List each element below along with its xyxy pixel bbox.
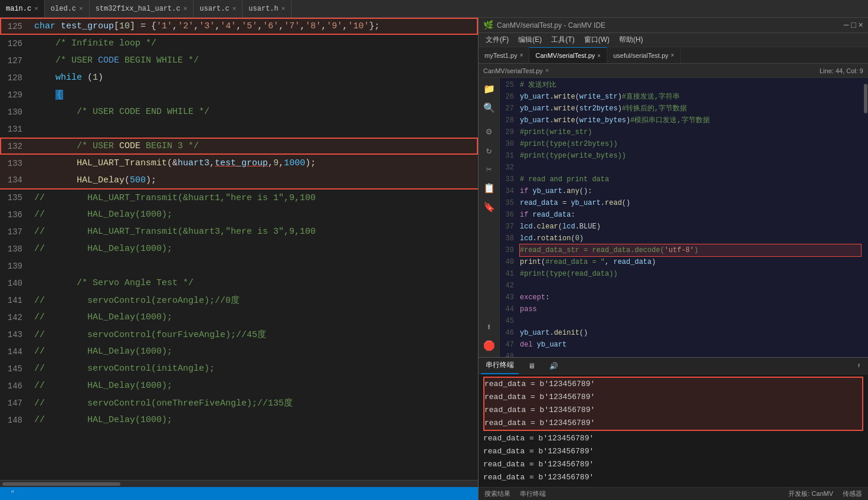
tab-usart-h[interactable]: usart.h × bbox=[243, 0, 291, 17]
close-icon[interactable]: × bbox=[597, 53, 601, 59]
menu-edit[interactable]: 编辑(E) bbox=[513, 35, 546, 45]
tab-label: stm32f1xx_hal_uart.c bbox=[96, 5, 181, 13]
line-content: HAL_Delay(500); bbox=[30, 172, 478, 189]
sidebar-gear-icon[interactable]: ⚙ bbox=[480, 123, 498, 140]
close-icon[interactable]: × bbox=[184, 5, 188, 12]
tab-audio[interactable]: 🔊 bbox=[545, 358, 563, 374]
code-line: # 发送对比 bbox=[520, 79, 861, 91]
tab-label: oled.c bbox=[51, 5, 76, 13]
code-area[interactable]: 125 char test_group[10] = {'1','2','3','… bbox=[0, 18, 478, 480]
close-icon[interactable]: × bbox=[859, 21, 863, 30]
tab-label: myTest1.py bbox=[484, 52, 517, 59]
code-line: if yb_uart.any(): bbox=[520, 185, 861, 197]
menu-window[interactable]: 窗口(W) bbox=[579, 35, 614, 45]
tab-stm32-hal[interactable]: stm32f1xx_hal_uart.c × bbox=[90, 0, 194, 17]
line-content: // servoControl(zeroAngle);//0度 bbox=[30, 292, 478, 309]
tab-serial-terminal[interactable]: 串行终端 bbox=[481, 358, 519, 374]
tab-useful-serial[interactable]: useful/serialTest.py × bbox=[607, 47, 680, 63]
sidebar-clipboard-icon[interactable]: 📋 bbox=[480, 179, 498, 197]
close-icon[interactable]: × bbox=[545, 67, 549, 74]
menu-help[interactable]: 帮助(H) bbox=[614, 35, 648, 45]
tab-main-c[interactable]: main.c × bbox=[0, 0, 45, 17]
tab-canmv-serial[interactable]: CanMV/serialTest.py × bbox=[529, 47, 607, 63]
close-icon[interactable]: × bbox=[34, 5, 38, 12]
code-line: #print(type(write_bytes)) bbox=[520, 150, 861, 162]
status-text: " bbox=[6, 490, 19, 497]
sensor-indicator: 传感器 bbox=[843, 489, 862, 498]
terminal-line: read_data = b'123456789' bbox=[484, 417, 862, 430]
line-number: 146 bbox=[0, 377, 30, 394]
line-content: // HAL_Delay(1000); bbox=[30, 411, 478, 429]
sidebar-search-icon[interactable]: 🔍 bbox=[480, 99, 498, 117]
sidebar-folder-icon[interactable]: 📁 bbox=[480, 80, 498, 98]
line-numbers: 25262728293031 32333435363738 3940414243… bbox=[500, 78, 517, 357]
scroll-thumb[interactable] bbox=[864, 84, 867, 113]
line-number: 131 bbox=[0, 120, 30, 138]
line-number: 142 bbox=[0, 309, 30, 326]
line-number: 129 bbox=[0, 86, 30, 103]
tab-label: main.c bbox=[6, 5, 31, 13]
search-results-tab[interactable]: 搜索结果 bbox=[484, 489, 510, 498]
horizontal-scrollbar[interactable] bbox=[0, 480, 478, 487]
python-code: # 发送对比 yb_uart.write(write_str)#直接发送,字符串… bbox=[517, 78, 863, 357]
close-icon[interactable]: × bbox=[520, 52, 523, 58]
line-number: 128 bbox=[0, 69, 30, 86]
menu-tools[interactable]: 工具(T) bbox=[546, 35, 579, 45]
tab-screen[interactable]: 🖥 bbox=[523, 358, 540, 374]
code-line: # read and print data bbox=[520, 174, 861, 185]
table-row: 141 // servoControl(zeroAngle);//0度 bbox=[0, 292, 478, 309]
right-code-area[interactable]: 25262728293031 32333435363738 3940414243… bbox=[500, 78, 868, 357]
sidebar-bookmark-icon[interactable]: 🔖 bbox=[480, 198, 498, 216]
vertical-scrollbar[interactable] bbox=[863, 78, 868, 357]
terminal-highlight-box: read_data = b'123456789' read_data = b'1… bbox=[483, 377, 863, 431]
code-line: read_data = yb_uart.read() bbox=[520, 197, 861, 209]
terminal-content[interactable]: read_data = b'123456789' read_data = b'1… bbox=[479, 374, 868, 487]
scroll-thumb[interactable] bbox=[2, 482, 120, 486]
sidebar-stop-icon[interactable]: 🛑 bbox=[480, 337, 498, 355]
serial-terminal-tab[interactable]: 串行终端 bbox=[520, 489, 546, 498]
close-icon[interactable]: × bbox=[281, 5, 286, 12]
minimize-icon[interactable]: ─ bbox=[844, 21, 849, 30]
main-content: 125 char test_group[10] = {'1','2','3','… bbox=[0, 18, 868, 500]
table-row: 126 /* Infinite loop */ bbox=[0, 35, 478, 52]
line-number: 148 bbox=[0, 411, 30, 429]
code-line bbox=[520, 315, 861, 327]
tab-bar: main.c × oled.c × stm32f1xx_hal_uart.c ×… bbox=[0, 0, 868, 18]
ide-tab-bar: myTest1.py × CanMV/serialTest.py × usefu… bbox=[479, 47, 868, 64]
line-number: 134 bbox=[0, 172, 30, 189]
line-content: /* USER CODE BEGIN 3 */ bbox=[30, 138, 478, 155]
sidebar-refresh-icon[interactable]: ↻ bbox=[480, 142, 498, 159]
line-content bbox=[30, 120, 478, 138]
ide-icon: 🌿 bbox=[483, 20, 493, 30]
terminal-expand-icon[interactable]: ⬆ bbox=[852, 361, 866, 370]
table-row: 131 bbox=[0, 120, 478, 138]
menu-file[interactable]: 文件(F) bbox=[481, 35, 513, 45]
code-line: except: bbox=[520, 292, 861, 303]
sidebar-upload-icon[interactable]: ⬆ bbox=[480, 318, 498, 336]
line-number: 138 bbox=[0, 240, 30, 257]
close-icon[interactable]: × bbox=[79, 5, 83, 12]
terminal-line: read_data = b'123456789' bbox=[483, 445, 863, 458]
line-number: 125 bbox=[0, 18, 30, 35]
code-line: #print(type(read_data)) bbox=[520, 268, 861, 280]
tab-oled-c[interactable]: oled.c × bbox=[45, 0, 90, 17]
sidebar-scissors-icon[interactable]: ✂ bbox=[480, 161, 498, 178]
line-content: { bbox=[30, 86, 478, 103]
terminal-line: read_data = b'123456789' bbox=[484, 391, 862, 404]
tab-usart-c[interactable]: usart.c × bbox=[194, 0, 243, 17]
code-line: lcd.rotation(0) bbox=[520, 233, 861, 244]
close-icon[interactable]: × bbox=[232, 5, 237, 12]
line-content: // HAL_Delay(1000); bbox=[30, 309, 478, 326]
code-line: print(#read_data = ", read_data) bbox=[520, 256, 861, 268]
file-path-bar: CanMV/serialTest.py × Line: 44, Col: 9 bbox=[479, 64, 868, 78]
table-row: 139 bbox=[0, 257, 478, 274]
code-line bbox=[520, 162, 861, 174]
tab-mytest[interactable]: myTest1.py × bbox=[479, 47, 529, 63]
code-line: yb_uart.write(write_str)#直接发送,字符串 bbox=[520, 91, 861, 103]
line-number: 147 bbox=[0, 394, 30, 411]
close-icon[interactable]: × bbox=[671, 52, 674, 58]
line-number: 132 bbox=[0, 138, 30, 155]
maximize-icon[interactable]: □ bbox=[851, 21, 856, 30]
table-row: 134 HAL_Delay(500); bbox=[0, 172, 478, 189]
table-row: 138 // HAL_Delay(1000); bbox=[0, 240, 478, 257]
